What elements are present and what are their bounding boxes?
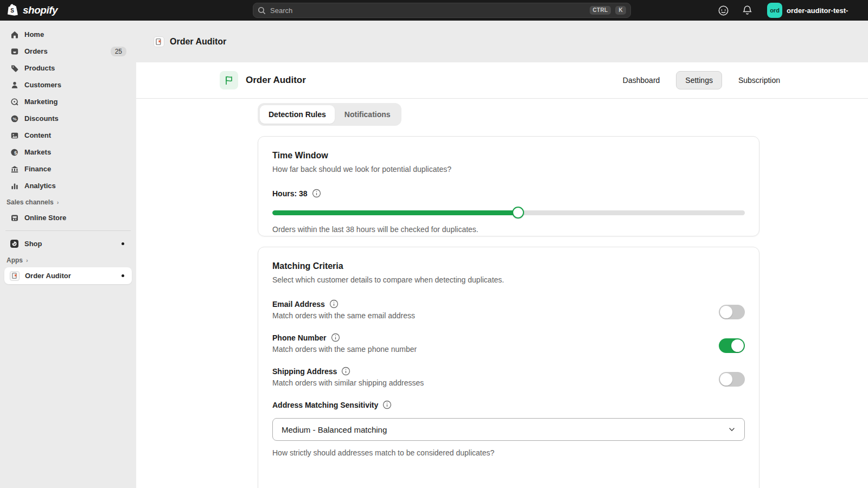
criteria-row-phone: Phone Number Match orders with the same … — [272, 333, 745, 354]
order-auditor-app-icon — [154, 36, 164, 47]
chevron-right-icon: › — [26, 257, 28, 264]
app-title: Order Auditor — [246, 75, 614, 86]
apps-label: Apps — [7, 256, 23, 264]
svg-text:$: $ — [14, 149, 17, 155]
kbd-k: K — [615, 6, 626, 15]
sidebar-item-shop[interactable]: Shop — [4, 235, 132, 252]
sidekick-assistant-icon[interactable] — [717, 4, 729, 16]
settings-tabs: Detection Rules Notifications — [258, 103, 401, 126]
slider-fill — [272, 210, 518, 215]
time-window-card: Time Window How far back should we look … — [258, 136, 760, 236]
sidebar-item-order-auditor[interactable]: Order Auditor — [4, 267, 132, 284]
tab-notifications[interactable]: Notifications — [336, 105, 399, 124]
tab-detection-rules[interactable]: Detection Rules — [260, 105, 335, 124]
sidebar-item-label: Home — [24, 30, 126, 38]
criteria-description: Match orders with similar shipping addre… — [272, 378, 719, 387]
phone-number-toggle[interactable] — [719, 338, 745, 353]
settings-content: Detection Rules Notifications Time Windo… — [136, 99, 868, 488]
discount-icon: % — [10, 114, 19, 123]
breadcrumb: Order Auditor — [136, 21, 868, 62]
email-address-toggle[interactable] — [719, 305, 745, 319]
chevron-right-icon: › — [57, 199, 59, 206]
sensitivity-selected-value: Medium - Balanced matching — [282, 425, 728, 434]
shipping-address-toggle[interactable] — [719, 372, 745, 387]
slider-track — [272, 210, 745, 215]
store-name: order-auditor-test- — [787, 7, 868, 15]
store-switcher[interactable]: ord order-auditor-test- — [765, 0, 868, 21]
orders-count-badge: 25 — [111, 47, 126, 56]
sidebar-item-label: Online Store — [24, 214, 126, 222]
nav-settings[interactable]: Settings — [676, 71, 722, 89]
slider-thumb[interactable] — [512, 207, 524, 219]
search-input[interactable]: Search CTRL K — [253, 3, 631, 18]
apps-header[interactable]: Apps › — [4, 252, 132, 267]
sidebar-item-markets[interactable]: $ Markets — [4, 144, 132, 160]
shopify-logo[interactable]: S shopify — [7, 3, 137, 17]
criteria-row-shipping: Shipping Address Match orders with simil… — [272, 367, 745, 387]
svg-text:S: S — [10, 8, 14, 14]
sidebar-item-label: Discounts — [24, 114, 126, 123]
notification-dot — [122, 274, 124, 277]
sidebar-item-finance[interactable]: Finance — [4, 160, 132, 177]
home-icon — [10, 30, 19, 39]
sidebar-item-analytics[interactable]: Analytics — [4, 177, 132, 194]
flag-icon — [220, 71, 238, 89]
tag-icon — [10, 63, 19, 73]
sidebar-item-label: Order Auditor — [25, 272, 116, 280]
info-icon[interactable] — [312, 189, 321, 198]
sidebar-item-settings[interactable]: Settings — [4, 484, 132, 488]
sensitivity-select[interactable]: Medium - Balanced matching — [272, 418, 745, 441]
sidebar-item-customers[interactable]: Customers — [4, 76, 132, 93]
app-header: Order Auditor Dashboard Settings Subscri… — [136, 62, 868, 99]
order-auditor-app-icon — [10, 271, 20, 281]
sidebar-item-label: Markets — [24, 148, 126, 156]
notifications-bell-icon[interactable] — [741, 4, 753, 16]
bank-icon — [10, 164, 19, 174]
sales-channels-header[interactable]: Sales channels › — [4, 194, 132, 209]
criteria-label: Shipping Address — [272, 367, 337, 376]
hours-label: Hours: 38 — [272, 189, 308, 198]
shop-app-icon — [10, 239, 19, 248]
store-avatar: ord — [767, 3, 782, 18]
page-title: Order Auditor — [170, 37, 226, 47]
sidebar-item-discounts[interactable]: % Discounts — [4, 110, 132, 127]
orders-icon — [10, 47, 19, 56]
sidebar-item-orders[interactable]: Orders 25 — [4, 43, 132, 60]
sidebar-item-marketing[interactable]: Marketing — [4, 93, 132, 110]
sidebar-item-home[interactable]: Home — [4, 26, 132, 43]
nav-subscription[interactable]: Subscription — [730, 72, 789, 89]
search-icon — [258, 7, 266, 15]
topbar: S shopify Search CTRL K — [0, 0, 868, 21]
sidebar-item-label: Content — [24, 131, 126, 139]
sidebar-item-label: Finance — [24, 165, 126, 173]
criteria-label: Email Address — [272, 300, 325, 309]
criteria-description: Match orders with the same email address — [272, 311, 719, 320]
card-title: Matching Criteria — [272, 261, 745, 271]
card-subtitle: Select which customer details to compare… — [272, 275, 745, 284]
shopify-bag-icon: S — [7, 3, 20, 17]
sensitivity-label: Address Matching Sensitivity — [272, 401, 378, 409]
chevron-down-icon — [728, 426, 736, 433]
criteria-description: Match orders with the same phone number — [272, 345, 719, 354]
sidebar-item-products[interactable]: Products — [4, 60, 132, 76]
hours-slider[interactable] — [272, 207, 745, 219]
sidebar-item-content[interactable]: Content — [4, 127, 132, 144]
storefront-icon — [10, 213, 19, 222]
sidebar-item-online-store[interactable]: Online Store — [4, 209, 132, 226]
sidebar-item-label: Analytics — [24, 182, 126, 190]
info-icon[interactable] — [382, 400, 392, 409]
nav-dashboard[interactable]: Dashboard — [614, 72, 669, 89]
image-icon — [10, 131, 19, 140]
info-icon[interactable] — [341, 367, 350, 376]
criteria-row-email: Email Address Match orders with the same… — [272, 299, 745, 320]
main-content: Order Auditor Order Auditor Dashboard Se… — [136, 21, 868, 488]
app-nav: Dashboard Settings Subscription — [614, 71, 789, 89]
person-icon — [10, 80, 19, 89]
criteria-label: Phone Number — [272, 333, 327, 342]
info-icon[interactable] — [329, 299, 339, 309]
notification-dot — [122, 242, 124, 245]
info-icon[interactable] — [331, 333, 340, 342]
sales-channels-label: Sales channels — [7, 198, 54, 206]
sidebar-item-label: Customers — [24, 81, 126, 89]
sidebar: Home Orders 25 Products Customers — [0, 21, 136, 488]
